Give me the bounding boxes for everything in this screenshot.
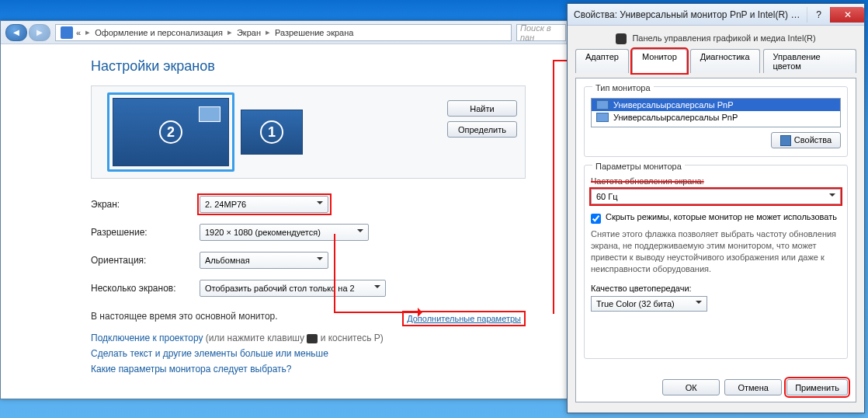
close-button[interactable]: ✕ — [830, 7, 864, 23]
color-quality-value: True Color (32 бита) — [596, 299, 675, 308]
dialog-title: Свойства: Универсальный монитор PnP и In… — [574, 9, 807, 20]
control-panel-window: ◄ ► « ▸ Оформление и персонализация ▸ Эк… — [0, 20, 571, 399]
tab-panel-monitor: Тип монитора Универсальырсалерсалы PnP У… — [575, 78, 856, 402]
monitor-1[interactable]: 1 — [241, 110, 303, 155]
monitor-properties-button[interactable]: Свойства — [771, 132, 841, 148]
screen-value: 2. 24MP76 — [205, 200, 246, 209]
monitor-arrange-panel[interactable]: 2 1 Найти Определить — [91, 85, 526, 179]
refresh-rate-label: Частота обновления экрана: — [591, 176, 704, 186]
tab-color-mgmt[interactable]: Управление цветом — [763, 49, 856, 73]
hide-modes-hint: Снятие этого флажка позволяет выбрать ча… — [591, 228, 841, 274]
monitor-1-badge: 1 — [260, 120, 283, 144]
advanced-settings-link[interactable]: Дополнительные параметры — [402, 311, 526, 326]
back-button[interactable]: ◄ — [5, 24, 27, 41]
refresh-rate-dropdown[interactable]: 60 Гц — [591, 189, 841, 204]
control-panel-icon — [61, 26, 73, 39]
resolution-value: 1920 × 1080 (рекомендуется) — [205, 228, 321, 237]
projector-link[interactable]: Подключение к проектору — [91, 333, 203, 343]
color-quality-label: Качество цветопередачи: — [591, 284, 841, 293]
nav-buttons: ◄ ► — [5, 24, 50, 41]
dialog-button-row: ОК Отмена Применить — [662, 379, 848, 395]
dialog-titlebar[interactable]: Свойства: Универсальный монитор PnP и In… — [568, 4, 864, 26]
tab-monitor[interactable]: Монитор — [632, 49, 687, 73]
group-monitor-params-title: Параметры монитора — [592, 162, 685, 171]
help-links: Подключение к проектору (или нажмите кла… — [91, 333, 550, 374]
tab-row: Адаптер Монитор Диагностика Управление ц… — [575, 49, 856, 73]
forward-button[interactable]: ► — [29, 24, 50, 41]
page-title: Настройки экранов — [91, 58, 550, 75]
orientation-label: Ориентация: — [91, 255, 200, 266]
screen-dropdown[interactable]: 2. 24MP76 — [200, 196, 328, 213]
text-size-link[interactable]: Сделать текст и другие элементы больше и… — [91, 348, 328, 359]
search-input[interactable]: Поиск в пан — [516, 24, 566, 41]
monitor-item-icon — [596, 113, 609, 122]
monitor-2-badge: 2 — [159, 120, 182, 144]
tab-adapter[interactable]: Адаптер — [575, 49, 629, 73]
apply-button[interactable]: Применить — [786, 379, 848, 395]
windows-key-icon — [307, 334, 318, 343]
bc-2[interactable]: Экран — [237, 28, 261, 37]
group-monitor-type-title: Тип монитора — [592, 83, 654, 92]
multi-display-dropdown[interactable]: Отобразить рабочий стол только на 2 — [200, 280, 386, 297]
intel-bar: Панель управления графикой и медиа Intel… — [575, 32, 856, 49]
monitor-2-selected[interactable]: 2 — [107, 92, 234, 172]
ok-button[interactable]: ОК — [662, 379, 720, 395]
multi-value: Отобразить рабочий стол только на 2 — [205, 284, 355, 293]
intel-icon — [616, 33, 627, 44]
multi-label: Несколько экранов: — [91, 283, 200, 294]
resolution-label: Разрешение: — [91, 227, 200, 238]
primary-monitor-note: В настоящее время это основной монитор. … — [91, 311, 526, 322]
cancel-button[interactable]: Отмена — [724, 379, 782, 395]
bc-root: « — [76, 28, 81, 37]
orientation-value: Альбомная — [205, 256, 250, 265]
detect-button[interactable]: Определить — [447, 121, 517, 138]
monitor-list-item: Универсальырсалерсальы PnP — [592, 111, 840, 124]
help-button[interactable]: ? — [807, 7, 830, 23]
explorer-toolbar: ◄ ► « ▸ Оформление и персонализация ▸ Эк… — [1, 21, 571, 44]
monitor-item-icon — [596, 100, 609, 110]
monitor-list[interactable]: Универсальырсалерсалы PnP Универсальырса… — [591, 98, 841, 127]
monitor-2-thumb-icon — [199, 106, 220, 122]
breadcrumb-bar[interactable]: « ▸ Оформление и персонализация ▸ Экран … — [55, 24, 512, 41]
bc-3[interactable]: Разрешение экрана — [275, 28, 353, 37]
find-button[interactable]: Найти — [447, 100, 517, 117]
group-monitor-type: Тип монитора Универсальырсалерсалы PnP У… — [584, 86, 848, 157]
hide-modes-checkbox[interactable]: Скрыть режимы, которые монитор не может … — [591, 212, 841, 224]
screen-label: Экран: — [91, 199, 200, 210]
display-form: Экран: 2. 24MP76 Разрешение: 1920 × 1080… — [91, 196, 526, 297]
color-quality-dropdown[interactable]: True Color (32 бита) — [591, 296, 707, 312]
which-params-link[interactable]: Какие параметры монитора следует выбрать… — [91, 364, 292, 374]
cp-body: Настройки экранов 2 1 Найти Определить Э — [1, 44, 571, 390]
hide-modes-input[interactable] — [591, 214, 601, 224]
resolution-dropdown[interactable]: 1920 × 1080 (рекомендуется) — [200, 224, 369, 241]
monitor-properties-dialog: Свойства: Универсальный монитор PnP и In… — [567, 3, 865, 413]
bc-1[interactable]: Оформление и персонализация — [95, 28, 223, 37]
monitor-list-item-selected: Универсальырсалерсалы PnP — [592, 99, 840, 111]
refresh-rate-value: 60 Гц — [596, 192, 618, 201]
orientation-dropdown[interactable]: Альбомная — [200, 252, 328, 269]
group-monitor-params: Параметры монитора Частота обновления эк… — [584, 165, 848, 359]
tab-diagnostics[interactable]: Диагностика — [690, 49, 760, 73]
